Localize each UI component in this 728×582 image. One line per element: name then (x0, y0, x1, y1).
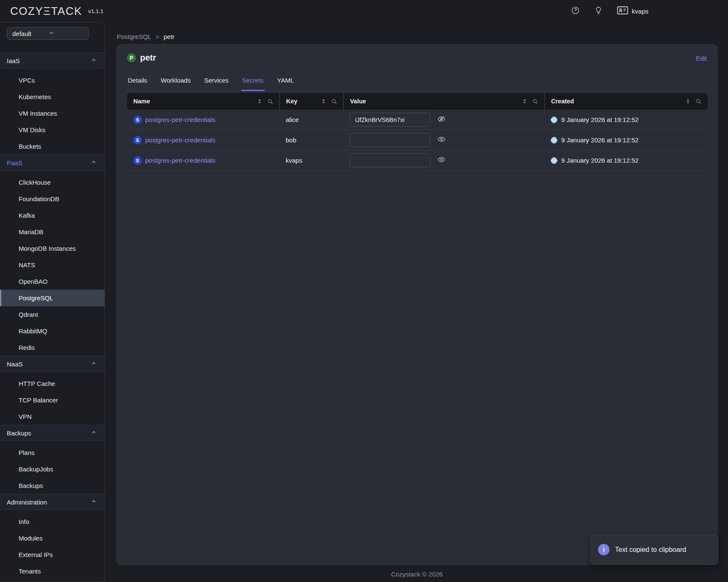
sidebar-item-vpcs[interactable]: VPCs (0, 72, 105, 89)
sidebar-section-iaas[interactable]: IaaS (0, 53, 105, 69)
toggle-value-visibility-button[interactable] (437, 135, 446, 145)
sidebar-item-buckets[interactable]: Buckets (0, 138, 105, 155)
column-label: Created (551, 98, 686, 105)
value-cell (343, 153, 544, 167)
toggle-value-visibility-button[interactable] (437, 115, 446, 125)
sidebar-item-backupjobs[interactable]: BackupJobs (0, 461, 105, 477)
theme-toggle-button[interactable] (594, 6, 603, 16)
secret-value-input[interactable] (350, 113, 430, 127)
key-cell: bob (279, 136, 343, 144)
column-search-button[interactable] (331, 98, 337, 105)
globe-icon (550, 136, 558, 144)
table-row: Spostgres-petr-credentialsalice9 January… (127, 110, 708, 130)
sidebar-nav: IaaSVPCsKubernetesVM InstancesVM DisksBu… (0, 53, 105, 579)
app-badge: P (127, 53, 136, 62)
column-header-created: Created (544, 93, 708, 110)
sort-icon (257, 98, 262, 104)
sidebar-section-administration[interactable]: Administration (0, 494, 105, 510)
lightbulb-icon (594, 6, 603, 16)
eye-off-icon (437, 115, 446, 125)
tab-secrets[interactable]: Secrets (241, 72, 265, 91)
sidebar-item-external-ips[interactable]: External IPs (0, 546, 105, 563)
column-search-button[interactable] (695, 98, 702, 105)
chevron-up-icon (91, 159, 97, 166)
sort-icon (522, 98, 527, 104)
sort-icon (686, 98, 690, 104)
value-cell (343, 113, 544, 127)
sidebar-item-openbao[interactable]: OpenBAO (0, 273, 105, 290)
eye-icon (437, 135, 446, 145)
secret-value-input[interactable] (350, 133, 430, 147)
sidebar-item-http-cache[interactable]: HTTP Cache (0, 375, 105, 392)
edit-button[interactable]: Edit (696, 55, 707, 62)
tab-yaml[interactable]: YAML (276, 72, 295, 91)
secret-value-input[interactable] (350, 153, 430, 167)
sidebar-item-mongodb-instances[interactable]: MongoDB Instances (0, 240, 105, 257)
breadcrumb: PostgreSQL > petr (117, 33, 174, 40)
tenant-select[interactable]: default (7, 27, 89, 40)
sidebar-item-mariadb[interactable]: MariaDB (0, 224, 105, 240)
column-search-button[interactable] (532, 98, 538, 105)
secret-badge: S (133, 156, 142, 165)
created-cell: 9 January 2026 at 19:12:52 (544, 157, 708, 164)
toast-message: Text copied to clipboard (615, 546, 686, 554)
secret-badge: S (133, 116, 142, 124)
panel-title-row: P petr (127, 53, 156, 63)
sidebar: default IaaSVPCsKubernetesVM InstancesVM… (0, 22, 105, 582)
name-cell: Spostgres-petr-credentials (127, 136, 279, 144)
sidebar-section-paas[interactable]: PaaS (0, 155, 105, 171)
globe-icon (550, 116, 558, 124)
eye-icon (437, 155, 446, 165)
info-icon: i (598, 544, 609, 555)
secret-key: kvaps (286, 157, 302, 164)
sidebar-item-redis[interactable]: Redis (0, 339, 105, 356)
help-icon (571, 6, 580, 16)
breadcrumb-parent[interactable]: PostgreSQL (117, 33, 152, 40)
sidebar-item-kafka[interactable]: Kafka (0, 207, 105, 224)
sidebar-item-tenants[interactable]: Tenants (0, 563, 105, 579)
app-logo: COZYΞTACK (10, 5, 82, 18)
chevron-up-icon (91, 429, 97, 437)
sidebar-item-modules[interactable]: Modules (0, 530, 105, 546)
toggle-value-visibility-button[interactable] (437, 155, 446, 165)
column-header-key: Key (279, 93, 343, 110)
secret-key: alice (286, 116, 299, 123)
sidebar-item-rabbitmq[interactable]: RabbitMQ (0, 323, 105, 339)
sidebar-item-backups[interactable]: Backups (0, 477, 105, 494)
sidebar-item-clickhouse[interactable]: ClickHouse (0, 174, 105, 191)
sidebar-item-plans[interactable]: Plans (0, 444, 105, 461)
sidebar-item-vm-disks[interactable]: VM Disks (0, 122, 105, 138)
column-header-value: Value (343, 93, 544, 110)
sort-button[interactable] (686, 98, 690, 104)
tab-details[interactable]: Details (127, 72, 148, 91)
sidebar-item-nats[interactable]: NATS (0, 257, 105, 273)
sidebar-item-kubernetes[interactable]: Kubernetes (0, 89, 105, 105)
secret-name-link[interactable]: postgres-petr-credentials (145, 157, 215, 164)
tab-services[interactable]: Services (203, 72, 229, 91)
globe-icon (550, 157, 558, 164)
secret-name-link[interactable]: postgres-petr-credentials (145, 116, 215, 123)
sidebar-item-qdrant[interactable]: Qdrant (0, 306, 105, 323)
section-label: Administration (7, 499, 47, 506)
sidebar-section-naas[interactable]: NaaS (0, 356, 105, 372)
sort-button[interactable] (257, 98, 262, 104)
user-menu[interactable]: kvaps (617, 6, 648, 16)
search-icon (267, 98, 273, 105)
help-button[interactable] (571, 6, 580, 16)
tenant-select-value: default (12, 30, 48, 37)
search-icon (532, 98, 538, 105)
secret-name-link[interactable]: postgres-petr-credentials (145, 136, 215, 144)
sort-button[interactable] (522, 98, 527, 104)
sidebar-item-foundationdb[interactable]: FoundationDB (0, 191, 105, 207)
sidebar-section-backups[interactable]: Backups (0, 425, 105, 441)
sidebar-item-vm-instances[interactable]: VM Instances (0, 105, 105, 122)
tab-workloads[interactable]: Workloads (160, 72, 192, 91)
sidebar-item-postgresql[interactable]: PostgreSQL (0, 290, 105, 306)
sidebar-item-vpn[interactable]: VPN (0, 408, 105, 425)
column-search-button[interactable] (267, 98, 273, 105)
sidebar-item-tcp-balancer[interactable]: TCP Balancer (0, 392, 105, 408)
column-label: Name (133, 98, 257, 105)
sort-button[interactable] (321, 98, 326, 104)
sidebar-item-info[interactable]: Info (0, 513, 105, 530)
section-items: ClickHouseFoundationDBKafkaMariaDBMongoD… (0, 171, 105, 356)
